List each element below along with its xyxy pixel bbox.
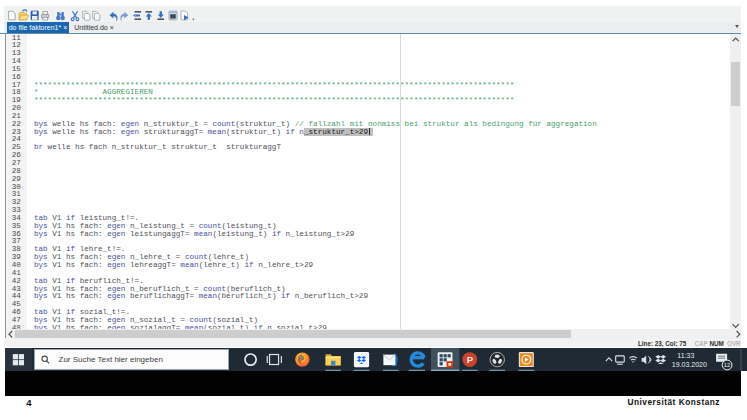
svg-text:P: P [467, 353, 474, 364]
svg-text:12: 12 [724, 362, 731, 368]
svg-text:19.03.2020: 19.03.2020 [672, 361, 707, 368]
svg-text:11:33: 11:33 [677, 352, 694, 359]
